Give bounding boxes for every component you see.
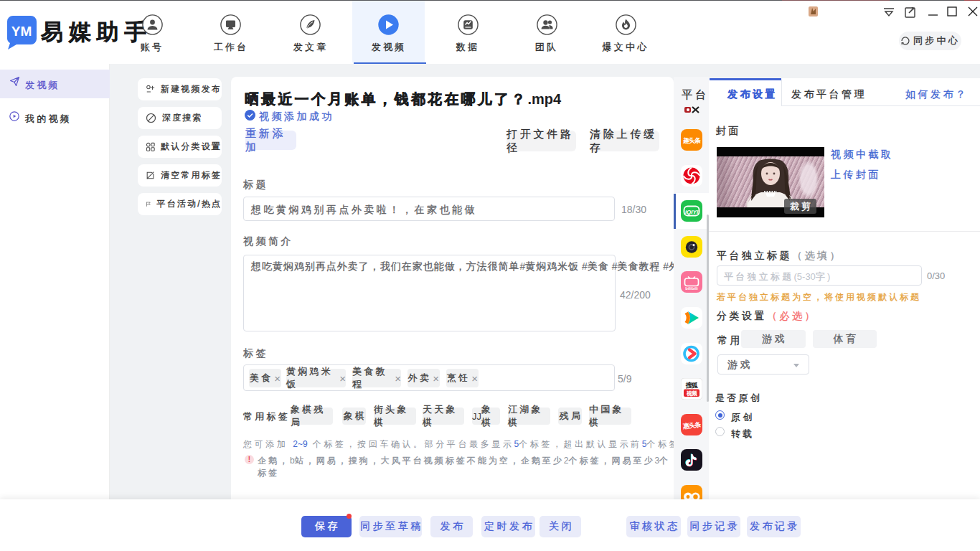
svg-text:iQIYI: iQIYI [685,209,699,215]
svg-text:YM: YM [11,24,32,39]
svg-text:趣头条: 趣头条 [682,137,701,144]
svg-text:搜狐: 搜狐 [685,382,698,389]
svg-text:视频: 视频 [686,390,697,397]
svg-text:bilibili: bilibili [685,286,698,291]
